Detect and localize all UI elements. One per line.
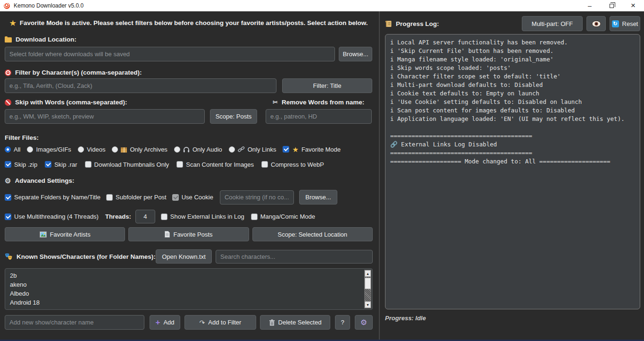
list-scrollbar[interactable]: ▲ ▼ — [364, 270, 371, 308]
download-location-label-text: Download Location: — [16, 36, 76, 43]
log-line: i Scan post content for images defaults … — [390, 106, 640, 115]
use-cookie-checkbox[interactable]: Use Cookie — [172, 194, 213, 201]
trash-icon — [269, 319, 275, 326]
radio-option-videos[interactable]: Videos — [78, 146, 106, 153]
manga-mode-checkbox[interactable]: Manga/Comic Mode — [251, 213, 315, 220]
checkbox-label: Download Thumbnails Only — [94, 161, 169, 168]
browse-cookie-button[interactable]: Browse... — [299, 190, 337, 205]
button-label: Reset — [622, 20, 638, 27]
character-list-item[interactable]: 2b — [5, 271, 372, 280]
radio-option-images-gifs[interactable]: Images/GIFs — [27, 146, 71, 153]
splitter-line — [379, 11, 380, 340]
curve-arrow-icon: ↷ — [200, 319, 205, 326]
known-shows-label-text: Known Shows/Characters (for Folder Names… — [17, 253, 156, 260]
log-line: i Manga filename style loaded: 'original… — [390, 55, 640, 64]
browse-location-button[interactable]: Browse... — [339, 47, 372, 61]
eye-icon — [592, 20, 601, 27]
radio-option-only-links[interactable]: Only Links — [229, 146, 276, 153]
log-line: ======================================== — [390, 132, 640, 140]
add-to-filter-button[interactable]: ↷ Add to Filter — [184, 315, 256, 330]
scroll-up-button[interactable]: ▲ — [365, 270, 371, 277]
settings-button[interactable]: ⚙ — [355, 315, 373, 330]
show-external-links-checkbox[interactable]: Show External Links in Log — [161, 213, 244, 220]
known-shows-label: Known Shows/Characters (for Folder Names… — [5, 253, 156, 260]
character-list-item[interactable]: Android 18 — [5, 298, 372, 307]
subfolder-per-post-checkbox[interactable]: Subfolder per Post — [106, 194, 167, 201]
log-line: i 'Skip Current File' button has been re… — [390, 47, 640, 55]
filter-scope-button[interactable]: Filter: Title — [282, 78, 372, 93]
radio-option-only-archives[interactable]: Only Archives — [112, 146, 167, 153]
checkbox-icon — [176, 161, 183, 168]
add-character-input[interactable] — [5, 315, 144, 330]
compress-webp-checkbox[interactable]: Compress to WebP — [261, 161, 324, 168]
close-button[interactable]: × — [622, 0, 644, 11]
settings-panel: ★ Favorite Mode is active. Please select… — [0, 11, 377, 340]
reset-button[interactable]: ↻ Reset — [610, 16, 640, 31]
no-entry-icon — [5, 99, 11, 106]
checkbox-label: Use Multithreading (4 Threads) — [14, 213, 99, 220]
restore-button[interactable] — [601, 0, 622, 11]
radio-label: Only Audio — [192, 146, 222, 153]
restore-icon — [610, 4, 614, 8]
help-button[interactable]: ? — [335, 315, 350, 330]
scrollbar-thumb[interactable] — [365, 278, 371, 289]
add-button[interactable]: + Add — [150, 315, 180, 330]
checkbox-checked-icon — [5, 194, 11, 201]
skip-scope-button[interactable]: Scope: Posts — [210, 109, 257, 124]
scissors-icon: ✂ — [273, 99, 278, 105]
progress-status: Progress: Idle — [385, 315, 640, 322]
target-icon — [5, 69, 11, 76]
up-arrow-icon: ▲ — [366, 272, 369, 275]
radio-option-only-audio[interactable]: Only Audio — [174, 146, 222, 153]
minimize-icon: – — [588, 2, 592, 9]
headphones-icon — [183, 146, 190, 153]
eye-toggle-button[interactable] — [586, 16, 606, 31]
skip-words-input[interactable] — [5, 109, 205, 124]
delete-selected-button[interactable]: Delete Selected — [260, 315, 330, 330]
log-line — [390, 123, 640, 132]
cookie-string-input[interactable] — [220, 190, 294, 205]
minimize-button[interactable]: – — [579, 0, 601, 11]
radio-icon — [174, 146, 180, 153]
multithreading-checkbox[interactable]: Use Multithreading (4 Threads) — [5, 213, 99, 220]
search-characters-input[interactable] — [216, 250, 373, 264]
download-thumbnails-checkbox[interactable]: Download Thumbnails Only — [85, 161, 169, 168]
scope-selected-location-button[interactable]: Scope: Selected Location — [252, 227, 373, 241]
radio-option-all[interactable]: All — [5, 146, 20, 153]
advanced-settings-label: ⚙ Advanced Settings: — [5, 177, 373, 184]
scan-content-checkbox[interactable]: Scan Content for Images — [176, 161, 254, 168]
radio-label: All — [14, 146, 20, 153]
remove-words-label-text: Remove Words from name: — [282, 99, 364, 106]
favorite-artists-button[interactable]: Favorite Artists — [5, 227, 125, 241]
progress-log-output[interactable]: i Local API server functionality has bee… — [385, 34, 640, 309]
skip-rar-checkbox[interactable]: Skip .rar — [45, 161, 77, 168]
separate-folders-checkbox[interactable]: Separate Folders by Name/Title — [5, 194, 100, 201]
checkbox-icon — [161, 213, 167, 220]
character-filter-input[interactable] — [5, 78, 276, 93]
progress-log-label-text: Progress Log: — [396, 20, 439, 27]
character-list-item[interactable]: Android 21 — [5, 307, 372, 309]
button-label: Favorite Artists — [50, 231, 91, 238]
link-icon — [238, 146, 245, 153]
favorite-mode-checkbox[interactable]: ★ Favorite Mode — [283, 146, 341, 153]
favorite-posts-button[interactable]: Favorite Posts — [128, 227, 249, 241]
progress-log-label: Progress Log: — [385, 20, 439, 27]
threads-input[interactable] — [135, 210, 155, 223]
open-known-txt-button[interactable]: Open Known.txt — [156, 249, 212, 264]
checkbox-label: Scan Content for Images — [186, 161, 254, 168]
radio-icon — [112, 146, 118, 153]
scrollbar-track[interactable] — [365, 289, 371, 301]
log-line: ==================== Mode changed to: Al… — [390, 157, 640, 166]
multipart-toggle-button[interactable]: Multi-part: OFF — [522, 16, 583, 31]
character-list[interactable]: 2bakenoAlbedoAndroid 18Android 21 ▲ ▼ — [5, 268, 373, 310]
button-label: Delete Selected — [278, 319, 322, 326]
log-line: 🔗 External Links Log Disabled — [390, 140, 640, 149]
scroll-down-button[interactable]: ▼ — [365, 301, 371, 308]
panel-splitter[interactable] — [377, 11, 381, 340]
download-location-input[interactable] — [5, 47, 335, 61]
character-list-item[interactable]: Albedo — [5, 289, 372, 298]
character-list-item[interactable]: akeno — [5, 280, 372, 289]
remove-words-input[interactable] — [266, 109, 372, 124]
skip-zip-checkbox[interactable]: Skip .zip — [5, 161, 37, 168]
radio-label: Only Links — [248, 146, 276, 153]
